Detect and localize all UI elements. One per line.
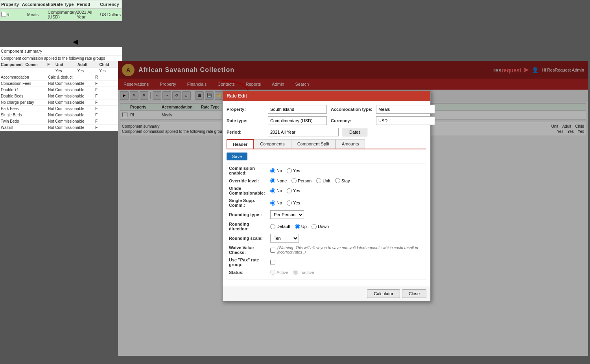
col-header-property: Property xyxy=(1,2,22,7)
override-level-label: Override level: xyxy=(229,178,268,183)
single-supp-yes-radio[interactable] xyxy=(287,200,292,206)
property-input[interactable] xyxy=(268,105,327,114)
single-supp-yes-option[interactable]: Yes xyxy=(287,200,300,206)
list-item: No charge per stay Not Commissionable F xyxy=(0,99,122,106)
tab-component-split[interactable]: Component Split xyxy=(291,139,336,149)
rounding-up-radio[interactable] xyxy=(295,224,300,229)
status-active-option[interactable]: Active xyxy=(270,270,288,275)
olnde-no-option[interactable]: No xyxy=(270,188,282,193)
mouse-cursor: ◀ xyxy=(73,37,78,46)
comp-col-unit: Unit xyxy=(55,63,77,67)
list-item: Double Beds Not Commissionable F xyxy=(0,93,122,99)
status-inactive-option[interactable]: Inactive xyxy=(293,270,314,275)
bg-table-row[interactable]: RI Meals Complimentary (USD) 2021 All Ye… xyxy=(0,9,122,21)
single-supp-no-radio[interactable] xyxy=(270,200,275,206)
col-header-period: Period xyxy=(77,2,100,7)
cell-period: 2021 All Year xyxy=(77,10,100,19)
tab-components[interactable]: Components xyxy=(254,139,291,149)
override-stay-label: Stay xyxy=(341,178,350,183)
save-button[interactable]: Save xyxy=(227,153,247,160)
rounding-type-row: Rounding type : Per Person Total xyxy=(229,210,424,219)
accommodation-input[interactable] xyxy=(376,105,435,114)
rounding-direction-row: Rounding direction: Default Up Down xyxy=(229,222,424,231)
period-input[interactable] xyxy=(268,128,339,136)
tab-amounts[interactable]: Amounts xyxy=(336,139,365,149)
rounding-default-label: Default xyxy=(277,224,290,229)
waive-value-checkbox[interactable] xyxy=(270,248,275,253)
rounding-scale-select[interactable]: Ten One Hundred xyxy=(270,234,299,243)
override-unit-radio[interactable] xyxy=(316,178,321,183)
olnde-no-radio[interactable] xyxy=(270,188,275,193)
row-checkbox[interactable] xyxy=(1,12,6,17)
rounding-direction-group: Default Up Down xyxy=(270,224,329,229)
rounding-default-radio[interactable] xyxy=(270,224,275,229)
dates-button[interactable]: Dates xyxy=(343,128,367,136)
olnde-yes-radio[interactable] xyxy=(287,188,292,193)
override-person-option[interactable]: Person xyxy=(291,178,312,183)
single-supp-no-label: No xyxy=(277,200,282,205)
component-summary-panel: Component summary Component commission a… xyxy=(0,47,122,131)
olnde-commissionable-group: No Yes xyxy=(270,188,300,193)
commission-yes-radio[interactable] xyxy=(287,168,292,173)
property-row: Property: Accomodation type: xyxy=(227,105,426,114)
rounding-type-select[interactable]: Per Person Total xyxy=(270,210,304,219)
rounding-scale-row: Rounding scale: Ten One Hundred xyxy=(229,234,424,243)
override-stay-option[interactable]: Stay xyxy=(335,178,350,183)
background-table: Property Accommodation Rate Type Period … xyxy=(0,0,122,21)
commission-no-radio[interactable] xyxy=(270,168,275,173)
commission-no-option[interactable]: No xyxy=(270,168,282,173)
tab-header[interactable]: Header xyxy=(227,139,254,149)
calculator-button[interactable]: Calculator xyxy=(367,289,400,298)
rate-type-row: Rate type: Currency: xyxy=(227,116,426,125)
commission-no-label: No xyxy=(277,168,282,173)
modal-title-bar: Rate Edit xyxy=(223,91,430,101)
rounding-up-label: Up xyxy=(301,224,307,229)
rounding-down-radio[interactable] xyxy=(312,224,317,229)
override-unit-option[interactable]: Unit xyxy=(316,178,330,183)
status-active-radio[interactable] xyxy=(270,270,275,275)
comp-col-flag: F xyxy=(47,63,55,67)
commission-enabled-row: Commission enabled: No Yes xyxy=(229,166,424,175)
currency-label: Currency: xyxy=(331,118,374,123)
waive-value-label: Waive Value Checks: xyxy=(229,245,268,255)
comp-col-adult: Adult xyxy=(77,63,100,67)
status-active-label: Active xyxy=(277,270,288,275)
accommodation-label: Accomodation type: xyxy=(331,107,374,112)
comp-val-row: Yes Yes Yes xyxy=(0,68,122,74)
cell-currency: US Dollars xyxy=(100,12,121,17)
override-stay-radio[interactable] xyxy=(335,178,340,183)
period-label: Period: xyxy=(227,130,266,134)
list-item: Accommodation Calc & deduct R xyxy=(0,74,122,81)
olnde-yes-option[interactable]: Yes xyxy=(287,188,300,193)
status-group: Active Inactive xyxy=(270,270,314,275)
commission-yes-option[interactable]: Yes xyxy=(287,168,300,173)
olnde-no-label: No xyxy=(277,188,282,193)
comp-data-rows: Accommodation Calc & deduct R Concession… xyxy=(0,74,122,131)
commission-enabled-label: Commission enabled: xyxy=(229,166,268,175)
rounding-down-option[interactable]: Down xyxy=(312,224,329,229)
use-pax-label: Use "Pax" rate group: xyxy=(229,257,268,267)
waive-value-row: Waive Value Checks: (Warning: This will … xyxy=(229,245,424,255)
col-header-currency: Currency xyxy=(100,2,121,7)
olnde-yes-label: Yes xyxy=(293,188,300,193)
use-pax-checkbox[interactable] xyxy=(270,260,275,265)
modal-tabs: Header Components Component Split Amount… xyxy=(227,139,426,149)
rounding-default-option[interactable]: Default xyxy=(270,224,290,229)
modal-body: Property: Accomodation type: Rate type: … xyxy=(223,101,430,286)
rounding-up-option[interactable]: Up xyxy=(295,224,307,229)
list-item: Single Beds Not Commissionable F xyxy=(0,112,122,118)
rounding-down-label: Down xyxy=(318,224,329,229)
override-none-option[interactable]: None xyxy=(270,178,287,183)
rate-type-input[interactable] xyxy=(268,116,327,125)
single-supp-no-option[interactable]: No xyxy=(270,200,282,206)
single-supp-row: Single Supp. Comm.: No Yes xyxy=(229,198,424,208)
commission-enabled-group: No Yes xyxy=(270,168,300,173)
modal-scroll-area[interactable]: Commission enabled: No Yes Ove xyxy=(227,164,426,280)
override-person-radio[interactable] xyxy=(291,178,297,183)
override-none-radio[interactable] xyxy=(270,178,275,183)
close-button[interactable]: Close xyxy=(402,289,426,298)
cell-rate-type: Complimentary (USD) xyxy=(48,10,77,19)
use-pax-row: Use "Pax" rate group: xyxy=(229,257,424,267)
currency-input[interactable] xyxy=(376,116,435,125)
status-inactive-radio[interactable] xyxy=(293,270,298,275)
